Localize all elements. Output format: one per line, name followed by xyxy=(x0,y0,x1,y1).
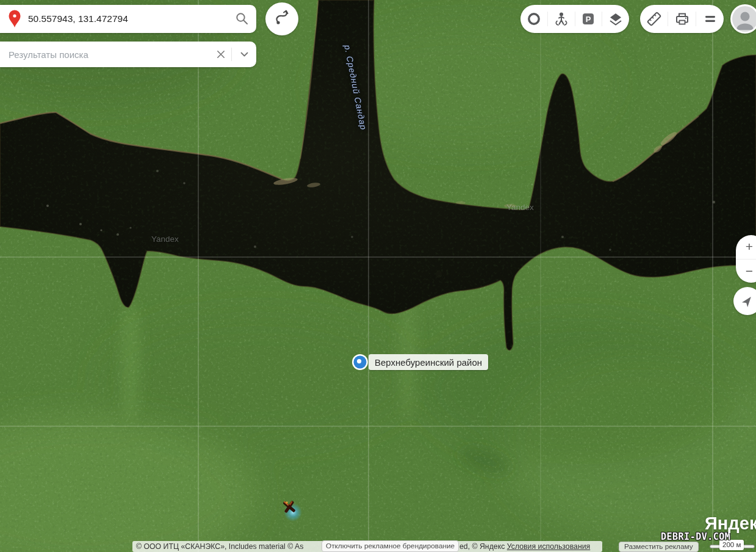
panoramas-button[interactable] xyxy=(548,5,575,33)
close-icon[interactable] xyxy=(211,42,231,67)
printer-icon xyxy=(674,11,690,27)
terms-of-use-link[interactable]: Условия использования xyxy=(507,542,590,551)
parking-button[interactable]: P xyxy=(575,5,602,33)
parking-icon: P xyxy=(581,12,596,26)
search-results-bar[interactable]: Результаты поиска xyxy=(0,42,256,67)
yandex-map-watermark: Yandex xyxy=(151,234,179,244)
search-bar xyxy=(0,5,256,33)
menu-button[interactable] xyxy=(696,5,724,33)
layers-icon xyxy=(608,12,623,26)
map-tools-group: P xyxy=(520,5,629,33)
ruler-icon xyxy=(646,11,662,27)
forest-texture-dark xyxy=(0,0,756,552)
menu-icon xyxy=(704,12,717,26)
chevron-down-icon[interactable] xyxy=(232,42,256,67)
utility-tools-group xyxy=(640,5,724,33)
zoom-controls: + − xyxy=(736,235,756,283)
ruler-button[interactable] xyxy=(640,5,668,33)
search-icon[interactable] xyxy=(228,5,256,33)
disable-ad-branding-button[interactable]: Отключить рекламное брендирование xyxy=(322,540,459,552)
copyright-text: © ООО ИТЦ «СКАНЭКС», Includes material ©… xyxy=(136,541,303,552)
yandex-logo: Яндекс xyxy=(705,514,756,534)
yandex-maps-app: Yandex Yandex р. Средний Сандар Верхнебу… xyxy=(0,0,756,552)
map-pin-icon xyxy=(8,10,21,28)
district-label[interactable]: Верхнебуреинский район xyxy=(369,354,488,370)
geolocation-arrow-icon xyxy=(741,294,754,308)
traffic-ring-icon xyxy=(527,12,541,26)
district-marker-dot[interactable] xyxy=(351,354,369,371)
search-input[interactable] xyxy=(27,13,228,25)
yandex-map-watermark: Yandex xyxy=(506,203,534,212)
profile-avatar[interactable] xyxy=(730,4,756,34)
copyright-yandex: ed, © Яндекс Условия использования xyxy=(459,541,590,552)
print-button[interactable] xyxy=(668,5,696,33)
results-placeholder: Результаты поиска xyxy=(9,49,211,60)
route-icon xyxy=(274,10,290,28)
layers-button[interactable] xyxy=(602,5,629,33)
satellite-map-canvas[interactable] xyxy=(0,0,756,552)
avatar xyxy=(732,6,756,32)
copyright-yandex-text: ed, © Яндекс xyxy=(459,542,507,551)
zoom-out-button[interactable]: − xyxy=(736,260,756,283)
traffic-button[interactable] xyxy=(520,5,547,33)
place-ad-button[interactable]: Разместить рекламу xyxy=(619,542,699,552)
zoom-in-button[interactable]: + xyxy=(736,235,756,260)
svg-text:P: P xyxy=(586,15,591,24)
panorama-person-icon xyxy=(554,12,569,26)
routes-button[interactable] xyxy=(265,2,298,35)
